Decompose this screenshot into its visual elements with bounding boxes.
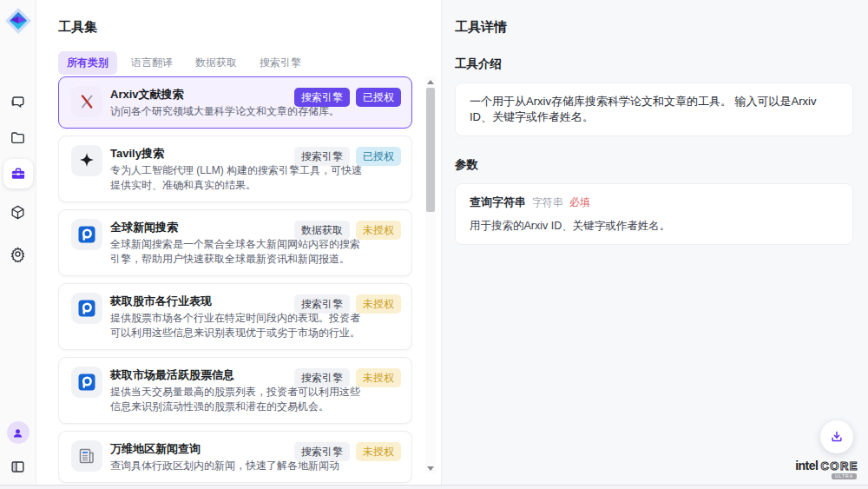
- gear-icon[interactable]: [8, 243, 29, 264]
- category-badge: 搜索引擎: [294, 88, 350, 107]
- newspaper-icon: [71, 440, 102, 472]
- auth-status-badge: 未授权: [356, 368, 401, 387]
- sidebar-item-tools-active[interactable]: [3, 159, 33, 188]
- tool-detail-panel: 工具详情 工具介绍 一个用于从Arxiv存储库搜索科学论文和文章的工具。 输入可…: [441, 0, 868, 489]
- tool-card[interactable]: 万维地区新闻查询查询具体行政区划内的新闻，快速了解各地新闻动搜索引擎未授权: [58, 431, 412, 483]
- scrollbar[interactable]: [425, 76, 436, 473]
- person-icon: [11, 426, 24, 439]
- news-q-icon: [71, 219, 102, 250]
- app-sidebar: [0, 0, 36, 489]
- tool-list: Arxiv文献搜索访问各个研究领域大量科学论文和文章的存储库。搜索引擎已授权 T…: [58, 76, 412, 484]
- tool-card[interactable]: 全球新闻搜索全球新闻搜索是一个聚合全球各大新闻网站内容的搜索引擎，帮助用户快速获…: [58, 209, 412, 276]
- param-type: 字符串: [532, 195, 563, 210]
- intro-card: 一个用于从Arxiv存储库搜索科学论文和文章的工具。 输入可以是Arxiv ID…: [455, 83, 853, 136]
- auth-status-badge: 未授权: [356, 294, 401, 314]
- param-card: 查询字符串 字符串 必填 用于搜索的Arxiv ID、关键字或作者姓名。: [455, 183, 853, 245]
- category-badge: 搜索引擎: [294, 294, 350, 314]
- category-tabs: 所有类别语言翻译数据获取搜索引擎: [58, 51, 441, 75]
- tool-description: 提供当天交易量最高的股票列表，投资者可以利用这些信息来识别流动性强的股票和潜在的…: [110, 385, 364, 414]
- category-badge: 数据获取: [294, 221, 350, 240]
- tool-card[interactable]: Arxiv文献搜索访问各个研究领域大量科学论文和文章的存储库。搜索引擎已授权: [58, 76, 412, 129]
- window-bottom-edge: [0, 485, 868, 489]
- auth-status-badge: 未授权: [356, 221, 401, 240]
- brand-core: core: [820, 459, 858, 472]
- auth-status-badge: 已授权: [356, 88, 401, 107]
- news-q-icon: [71, 293, 102, 324]
- param-required-badge: 必填: [569, 195, 590, 210]
- tool-description: 提供股票市场各个行业在特定时间段内的表现。投资者可以利用这些信息来识别表现优于或…: [110, 311, 364, 340]
- category-badge: 搜索引擎: [294, 368, 350, 387]
- param-name: 查询字符串: [470, 195, 526, 210]
- folder-icon[interactable]: [8, 127, 29, 148]
- tab-0[interactable]: 所有类别: [58, 51, 117, 75]
- scrollbar-thumb[interactable]: [426, 88, 435, 212]
- arxiv-icon: [71, 86, 102, 117]
- tool-card[interactable]: 获取股市各行业表现提供股票市场各个行业在特定时间段内的表现。投资者可以利用这些信…: [58, 283, 412, 350]
- tab-1[interactable]: 语言翻译: [122, 51, 181, 75]
- download-icon: [829, 429, 845, 445]
- app-logo-icon: [3, 6, 33, 36]
- news-q-icon: [71, 367, 102, 398]
- category-badge: 搜索引擎: [294, 442, 350, 461]
- brand-intel: intel: [795, 459, 818, 472]
- cube-icon[interactable]: [8, 202, 29, 222]
- download-button[interactable]: [820, 420, 853, 453]
- scroll-up-arrow-icon[interactable]: [425, 76, 436, 87]
- scroll-down-arrow-icon[interactable]: [425, 463, 436, 473]
- tab-2[interactable]: 数据获取: [187, 51, 246, 75]
- tools-list-panel: 工具集 所有类别语言翻译数据获取搜索引擎 Arxiv文献搜索访问各个研究领域大量…: [36, 0, 441, 489]
- auth-status-badge: 未授权: [356, 442, 401, 461]
- chat-icon[interactable]: [8, 91, 29, 112]
- params-heading: 参数: [455, 157, 853, 173]
- tool-card[interactable]: 获取市场最活跃股票信息提供当天交易量最高的股票列表，投资者可以利用这些信息来识别…: [58, 357, 412, 424]
- tab-3[interactable]: 搜索引擎: [251, 51, 310, 75]
- intro-text: 一个用于从Arxiv存储库搜索科学论文和文章的工具。 输入可以是Arxiv ID…: [470, 95, 816, 123]
- star-icon: [71, 145, 102, 176]
- param-description: 用于搜索的Arxiv ID、关键字或作者姓名。: [470, 218, 838, 234]
- tool-description: 专为人工智能代理 (LLM) 构建的搜索引擎工具，可快速提供实时、准确和真实的结…: [110, 163, 364, 193]
- intro-heading: 工具介绍: [455, 56, 853, 72]
- intel-core-logo: intel core ultra: [795, 459, 858, 479]
- tool-description: 全球新闻搜索是一个聚合全球各大新闻网站内容的搜索引擎，帮助用户快速获取全球最新资…: [110, 237, 364, 267]
- auth-status-badge: 已授权: [356, 147, 401, 166]
- tool-card[interactable]: Tavily搜索专为人工智能代理 (LLM) 构建的搜索引擎工具，可快速提供实时…: [58, 135, 412, 202]
- user-avatar[interactable]: [7, 421, 30, 444]
- toolbox-icon: [10, 165, 27, 182]
- split-panels-icon[interactable]: [8, 456, 29, 477]
- brand-ultra-badge: ultra: [832, 473, 857, 479]
- tools-panel-title: 工具集: [58, 19, 441, 36]
- category-badge: 搜索引擎: [294, 147, 350, 166]
- detail-panel-title: 工具详情: [455, 19, 853, 36]
